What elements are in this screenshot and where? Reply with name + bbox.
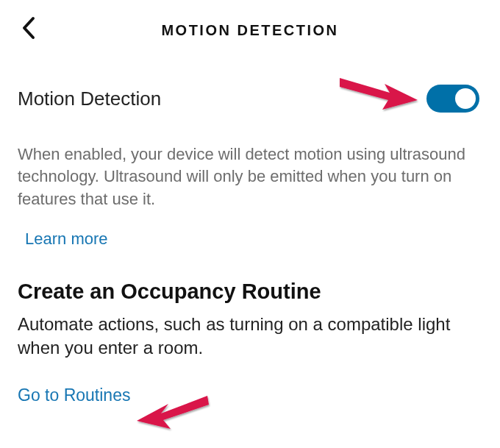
occupancy-routine-title: Create an Occupancy Routine: [0, 249, 500, 304]
motion-detection-toggle[interactable]: [426, 85, 479, 113]
go-to-routines-link[interactable]: Go to Routines: [0, 360, 500, 405]
occupancy-routine-description: Automate actions, such as turning on a c…: [0, 304, 500, 360]
motion-detection-label: Motion Detection: [18, 88, 161, 110]
page-title: MOTION DETECTION: [15, 12, 485, 39]
toggle-knob: [455, 88, 476, 109]
learn-more-link[interactable]: Learn more: [0, 210, 500, 249]
back-button[interactable]: [21, 16, 37, 40]
chevron-left-icon: [21, 16, 37, 40]
motion-detection-description: When enabled, your device will detect mo…: [0, 126, 500, 210]
